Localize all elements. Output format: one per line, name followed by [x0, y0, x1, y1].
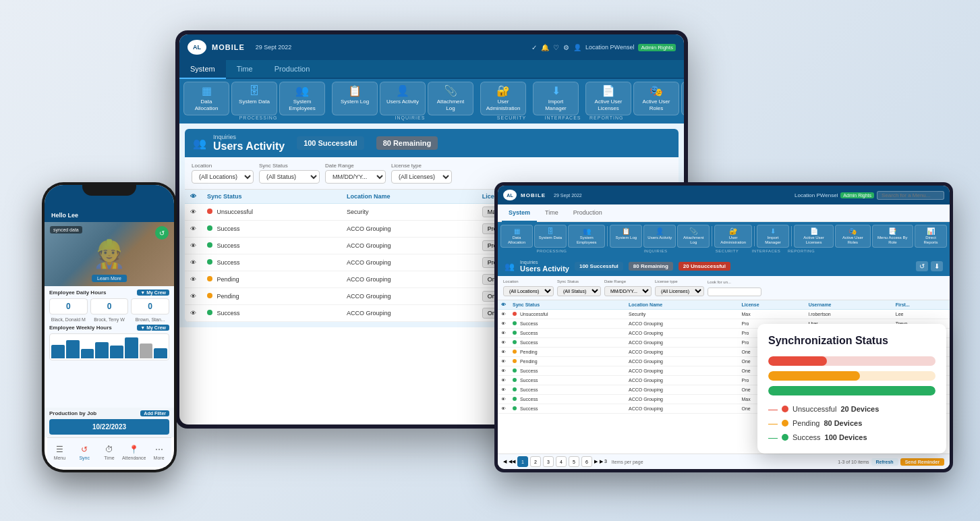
tab-production[interactable]: Production: [264, 60, 321, 79]
small-sync-select[interactable]: (All Status): [557, 286, 601, 296]
small-menu-sys-emp[interactable]: 👥 System Employees: [568, 225, 605, 248]
menu-item-label: Attachment Log: [434, 99, 467, 111]
tab-system[interactable]: System: [179, 60, 226, 79]
menu-item-import-manager[interactable]: ⬇ Import Manager: [533, 82, 579, 115]
menu-item-system-data[interactable]: 🗄 System Data: [231, 82, 277, 115]
tab-time-2[interactable]: Time: [538, 204, 565, 222]
small-row-eye: 👁: [498, 338, 509, 348]
small-row-status: Unsuccessful: [509, 310, 625, 319]
menu-item-label: System Data: [239, 99, 270, 105]
my-crew-button-2[interactable]: ▼ My Crew: [137, 325, 169, 331]
import-manager-icon: ⬇: [552, 86, 560, 97]
page-1[interactable]: 1: [517, 456, 528, 467]
next-3[interactable]: ▶ 3: [600, 459, 607, 464]
small-row-eye: 👁: [498, 319, 509, 329]
prev-page[interactable]: ◀: [503, 459, 507, 464]
small-status-dot: [513, 350, 517, 354]
success-label: Success: [792, 433, 821, 441]
status-dot: [207, 259, 212, 265]
my-crew-button[interactable]: ▼ My Crew: [137, 290, 169, 296]
page-6[interactable]: 6: [581, 456, 592, 467]
row-location: ACCO Grouping: [341, 221, 477, 238]
small-status-dot: [513, 397, 517, 401]
more-nav-icon: ⋯: [155, 445, 163, 454]
small-row-status: Success: [509, 376, 625, 385]
menu-item-system-log[interactable]: 📋 System Log: [332, 82, 378, 115]
small-row-status: Success: [509, 319, 625, 329]
sync-data-text: synced data: [50, 226, 82, 234]
small-col-first: First...: [892, 300, 950, 310]
nav-sync-label: Sync: [79, 456, 90, 460]
user-icon: 👤: [573, 44, 581, 51]
small-menu-active-lic[interactable]: 📄 Active User Licenses: [794, 225, 834, 248]
page-4[interactable]: 4: [556, 456, 567, 467]
refresh-button[interactable]: Refresh: [871, 458, 898, 466]
small-col-loc: Location Name: [625, 300, 739, 310]
menu-item-menu-by[interactable]: 📑 Menu By: [681, 82, 684, 115]
date-select[interactable]: MM/DD/YY...: [325, 170, 386, 184]
small-date-select[interactable]: MM/DD/YY...: [604, 286, 652, 296]
nav-time[interactable]: ⏱ Time: [97, 445, 122, 460]
date-filter: Date Range MM/DD/YY...: [325, 163, 386, 184]
legend-success: — Success 100 Devices: [768, 432, 935, 443]
menu-item-active-user-licenses[interactable]: 📄 Active User Licenses: [585, 82, 631, 115]
small-search-input[interactable]: [877, 191, 944, 200]
phone-device: Hello Lee 👷 ↺ Learn More synced data Emp…: [42, 182, 177, 472]
small-menu-active-roles[interactable]: 🎭 Active User Roles: [835, 225, 870, 248]
license-select[interactable]: (All Licenses): [391, 170, 452, 184]
status-dot: [207, 225, 212, 231]
nav-sync[interactable]: ↺ Sync: [72, 445, 97, 460]
nav-more[interactable]: ⋯ More: [146, 445, 171, 460]
page-3[interactable]: 3: [543, 456, 554, 467]
small-menu-user-admin[interactable]: 🔐 User Administration: [714, 225, 752, 248]
bar-3: [81, 349, 94, 358]
user-admin-icon: 🔐: [496, 86, 510, 97]
small-download-icon[interactable]: ⬇: [931, 261, 943, 271]
small-refresh-icon[interactable]: ↺: [916, 261, 928, 271]
small-app-name: MOBILE: [521, 192, 546, 198]
tab-production-2[interactable]: Production: [567, 204, 609, 222]
small-user-admin-icon: 🔐: [729, 227, 737, 235]
app-name: MOBILE: [212, 43, 245, 51]
small-menu-data-alloc[interactable]: ▦ Data Allocation: [500, 225, 533, 248]
nav-menu[interactable]: ☰ Menu: [47, 445, 72, 460]
tab-system-2[interactable]: System: [502, 204, 537, 222]
menu-item-active-user-roles[interactable]: 🎭 Active User Roles: [633, 82, 679, 115]
menu-item-attachment-log[interactable]: 📎 Attachment Log: [428, 82, 473, 115]
small-location-select[interactable]: (All Locations): [503, 286, 554, 296]
small-row-status: Success: [509, 385, 625, 395]
small-row-status: Success: [509, 404, 625, 414]
page-2[interactable]: 2: [530, 456, 541, 467]
send-reminder-button[interactable]: Send Reminder: [900, 458, 944, 466]
small-menu-import[interactable]: ⬇ Import Manager: [757, 225, 789, 248]
small-section-names: PROCESSING INQUIRIES SECURITY INTERFACES…: [500, 249, 947, 255]
menu-item-data-allocation[interactable]: ▦ Data Allocation: [183, 82, 229, 115]
menu-item-user-admin[interactable]: 🔐 User Administration: [480, 82, 526, 115]
small-menu-users-act[interactable]: 👤 Users Activity: [643, 225, 676, 248]
pending-label: Pending: [792, 419, 819, 427]
small-menu-sys-log[interactable]: 📋 System Log: [610, 225, 642, 248]
small-menu-menu-access[interactable]: 📑 Menu Access By Role: [872, 225, 913, 248]
small-status-dot: [513, 406, 517, 410]
menu-item-system-employees[interactable]: 👥 System Employees: [279, 82, 325, 115]
small-license-select[interactable]: (All Licenses): [655, 286, 704, 296]
learn-more-button[interactable]: Learn More: [92, 275, 127, 282]
next-page[interactable]: ▶: [594, 459, 598, 464]
small-row-first: Lee: [892, 310, 950, 319]
tab-time[interactable]: Time: [226, 60, 264, 79]
row-eye: 👁: [185, 271, 202, 288]
small-menu-direct-rep[interactable]: 📊 Direct Reports: [915, 225, 947, 248]
row-status: Success: [202, 305, 341, 322]
page-5[interactable]: 5: [569, 456, 579, 467]
heart-icon: ♡: [553, 44, 559, 51]
first-page[interactable]: ◀◀: [509, 459, 515, 464]
small-menu-attach-log[interactable]: 📎 Attachment Log: [677, 225, 710, 248]
small-menu-sys-data[interactable]: 🗄 System Data: [534, 225, 567, 248]
add-filter-button[interactable]: Add Filter: [140, 410, 169, 416]
location-select[interactable]: (All Locations): [192, 170, 254, 184]
phone-greeting: Hello Lee: [51, 212, 78, 219]
sync-select[interactable]: (All Status): [259, 170, 320, 184]
nav-attendance[interactable]: 📍 Attendance: [121, 445, 146, 460]
menu-item-users-activity[interactable]: 👤 Users Activity: [380, 82, 426, 115]
small-lookup-input[interactable]: [708, 287, 761, 296]
